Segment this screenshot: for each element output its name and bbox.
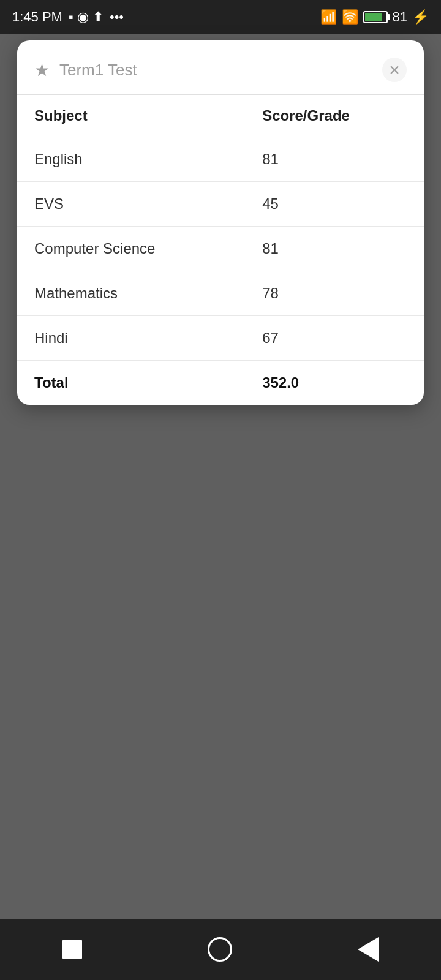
score-cell: 81 [245, 227, 424, 271]
score-cell: 78 [245, 271, 424, 316]
modal-header: ★ Term1 Test × [17, 40, 424, 94]
star-icon: ★ [34, 60, 50, 80]
subject-cell: English [17, 137, 245, 182]
score-cell: 67 [245, 316, 424, 361]
status-bar: 1:45 PM ▪ ◉ ⬆ ••• 📶 🛜 81 ⚡ [0, 0, 441, 34]
status-dots: ••• [110, 9, 124, 25]
subject-cell: Computer Science [17, 227, 245, 271]
status-right: 📶 🛜 81 ⚡ [320, 9, 429, 25]
table-row: Computer Science 81 [17, 227, 424, 271]
total-label: Total [17, 361, 245, 405]
triangle-icon [358, 937, 379, 962]
nav-back-button[interactable] [358, 937, 379, 962]
score-table: Subject Score/Grade English 81 EVS 45 Co… [17, 94, 424, 405]
table-row: Mathematics 78 [17, 271, 424, 316]
nav-square-button[interactable] [62, 940, 82, 959]
subject-header: Subject [17, 95, 245, 137]
status-icons: ▪ ◉ ⬆ [69, 9, 104, 25]
wifi-icon: 🛜 [342, 9, 358, 25]
total-value: 352.0 [245, 361, 424, 405]
modal-overlay: ★ Term1 Test × Subject Score/Grade Engli… [0, 34, 441, 919]
score-cell: 45 [245, 182, 424, 227]
table-row: Hindi 67 [17, 316, 424, 361]
charging-icon: ⚡ [412, 9, 429, 25]
total-row: Total 352.0 [17, 361, 424, 405]
score-cell: 81 [245, 137, 424, 182]
table-row: English 81 [17, 137, 424, 182]
square-icon [62, 940, 82, 959]
modal-title-area: ★ Term1 Test [34, 60, 137, 80]
bottom-nav [0, 919, 441, 980]
subject-cell: Hindi [17, 316, 245, 361]
table-row: EVS 45 [17, 182, 424, 227]
subject-cell: EVS [17, 182, 245, 227]
subject-cell: Mathematics [17, 271, 245, 316]
close-button[interactable]: × [382, 58, 407, 82]
status-time: 1:45 PM [12, 9, 62, 25]
score-header: Score/Grade [245, 95, 424, 137]
table-header-row: Subject Score/Grade [17, 95, 424, 137]
score-modal: ★ Term1 Test × Subject Score/Grade Engli… [17, 40, 424, 405]
modal-title: Term1 Test [59, 61, 137, 80]
battery-icon [363, 11, 388, 23]
status-left: 1:45 PM ▪ ◉ ⬆ ••• [12, 9, 124, 25]
circle-icon [208, 937, 232, 962]
signal-icon: 📶 [320, 9, 337, 25]
nav-home-button[interactable] [208, 937, 232, 962]
battery-percent: 81 [393, 9, 407, 25]
battery-fill [365, 13, 382, 21]
